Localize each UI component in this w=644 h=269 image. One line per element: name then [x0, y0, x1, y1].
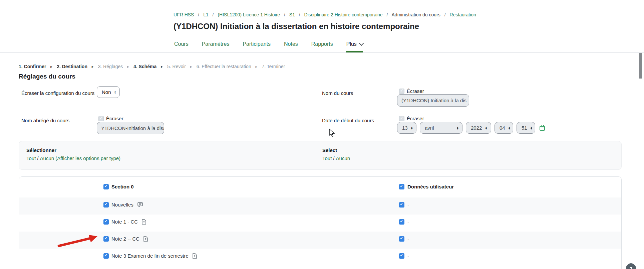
overwrite-config-label: Écraser la configuration du cours — [21, 90, 94, 96]
start-date-overwrite: Écraser — [399, 116, 424, 121]
breadcrumb-current-section: Administration du cours — [392, 12, 440, 17]
overwrite-checkbox[interactable] — [98, 116, 104, 121]
short-name-label: Nom abrégé du cours — [21, 118, 69, 123]
select-all-link[interactable]: Tout — [26, 155, 36, 161]
restore-steps: 1. Confirmer ► 2. Destination ► 3. Régla… — [19, 64, 285, 69]
course-name-overwrite: Écraser — [399, 88, 424, 94]
breadcrumb-link[interactable]: UFR HSS — [174, 12, 194, 17]
main-content: 1. Confirmer ► 2. Destination ► 3. Régla… — [0, 53, 644, 269]
course-name-label: Nom du cours — [322, 90, 353, 96]
select-arrows-icon — [114, 91, 116, 94]
tab-plus[interactable]: Plus — [346, 41, 363, 52]
select-all-userdata-link[interactable]: Tout — [322, 155, 332, 161]
userdata-checkbox[interactable] — [399, 202, 404, 208]
calendar-icon[interactable] — [540, 125, 546, 131]
userdata-header-label: Données utilisateur — [407, 184, 454, 189]
activity-checkbox[interactable] — [103, 236, 109, 242]
tab-rapports[interactable]: Rapports — [311, 41, 334, 52]
table-row: Note 1 - CC - — [19, 215, 621, 232]
userdata-checkbox[interactable] — [399, 253, 404, 259]
year-select[interactable]: 2022 — [466, 122, 491, 134]
select-arrows-icon — [508, 126, 511, 130]
schema-header-row: Section 0 Données utilisateur — [19, 177, 621, 197]
day-select[interactable]: 13 — [397, 122, 416, 134]
select-none-userdata-link[interactable]: Aucun — [336, 155, 350, 161]
activity-checkbox[interactable] — [103, 253, 109, 259]
breadcrumb-link[interactable]: Disciplinaire 2 Histoire contemporaine — [304, 12, 383, 17]
short-name-input[interactable]: Y1DHCON-Initiation à la diss — [97, 122, 164, 134]
course-name-input[interactable]: (Y1DHCON) Initiation à la dis — [397, 94, 469, 107]
activity-checkbox[interactable] — [103, 202, 109, 208]
overwrite-checkbox[interactable] — [399, 116, 404, 121]
short-name-overwrite: Écraser — [98, 116, 123, 121]
select-arrows-icon — [411, 126, 413, 130]
selection-title: Sélectionner — [26, 147, 120, 153]
breadcrumb-link[interactable]: (HISL1200) Licence 1 Histoire — [218, 12, 280, 17]
select-none-link[interactable]: Aucun — [40, 155, 54, 161]
breadcrumb: UFR HSS / L1 / (HISL1200) Licence 1 Hist… — [174, 0, 644, 17]
selection-helper-box: Sélectionner Tout/Aucun (Afficher les op… — [19, 141, 622, 170]
userdata-checkbox[interactable] — [399, 219, 404, 225]
step-schema: 4. Schéma — [133, 64, 156, 69]
activity-checkbox[interactable] — [103, 219, 109, 225]
selection-title-userdata: Select — [322, 147, 350, 153]
month-select[interactable]: avril — [420, 122, 462, 134]
breadcrumb-link[interactable]: L1 — [203, 12, 209, 17]
section-heading: Réglages du cours — [19, 73, 75, 80]
file-icon — [143, 236, 148, 242]
step-terminer: 7. Terminer — [262, 64, 285, 69]
tab-parametres[interactable]: Paramètres — [201, 41, 230, 52]
tab-notes[interactable]: Notes — [283, 41, 299, 52]
tab-participants[interactable]: Participants — [242, 41, 271, 52]
step-reglages: 3. Réglages — [98, 64, 123, 69]
userdata-checkbox[interactable] — [399, 236, 404, 242]
start-date-label: Date de début du cours — [322, 118, 374, 123]
select-arrows-icon — [530, 126, 533, 130]
breadcrumb-link[interactable]: S1 — [289, 12, 295, 17]
step-destination: 2. Destination — [57, 64, 87, 69]
show-type-options-link[interactable]: (Afficher les options par type) — [55, 155, 120, 161]
section-0-checkbox[interactable] — [103, 184, 109, 189]
minute-select[interactable]: 51 — [517, 122, 535, 134]
breadcrumb-link[interactable]: Restauration — [449, 12, 476, 17]
tab-cours[interactable]: Cours — [174, 41, 189, 52]
userdata-header-checkbox[interactable] — [399, 184, 404, 189]
header: UFR HSS / L1 / (HISL1200) Licence 1 Hist… — [0, 0, 644, 53]
overwrite-config-select[interactable]: Non — [97, 86, 120, 98]
chevron-down-icon — [359, 41, 364, 46]
table-row: Nouvelles - — [19, 197, 621, 215]
step-confirmer: 1. Confirmer — [19, 64, 46, 69]
schema-table: Section 0 Données utilisateur Nouvelles — [19, 176, 622, 269]
page-title: (Y1DHCON) Initiation à la dissertation e… — [174, 22, 644, 31]
file-icon — [193, 253, 197, 259]
step-revoir: 5. Revoir — [167, 64, 186, 69]
overwrite-checkbox[interactable] — [399, 89, 404, 94]
hour-select[interactable]: 04 — [495, 122, 513, 134]
step-effectuer: 6. Effectuer la restauration — [197, 64, 251, 69]
select-arrows-icon — [456, 126, 459, 130]
course-nav-tabs: Cours Paramètres Participants Notes Rapp… — [174, 41, 375, 52]
start-date-controls: 13 avril 2022 04 51 — [397, 122, 546, 134]
table-row: Note 2 -- CC - — [19, 232, 621, 249]
file-icon — [142, 219, 146, 225]
section-0-label: Section 0 — [111, 184, 134, 189]
table-row: Note 3 Examen de fin de semestre - — [19, 249, 621, 266]
forum-icon — [137, 202, 143, 207]
select-arrows-icon — [485, 126, 487, 130]
restore-page: UFR HSS / L1 / (HISL1200) Licence 1 Hist… — [0, 0, 644, 269]
